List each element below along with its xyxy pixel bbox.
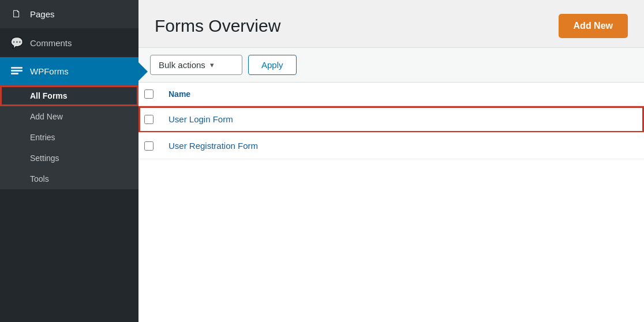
- add-new-button[interactable]: Add New: [559, 14, 628, 38]
- toolbar: Bulk actions ▾ Apply: [138, 48, 644, 83]
- form-name-link[interactable]: User Login Form: [169, 114, 233, 124]
- table-row: User Login Form: [138, 106, 644, 133]
- svg-rect-1: [11, 70, 23, 72]
- sidebar-item-wpforms[interactable]: WPForms: [0, 57, 138, 85]
- form-name-cell: User Login Form: [159, 106, 644, 133]
- chevron-down-icon: ▾: [210, 61, 214, 69]
- content-area: Bulk actions ▾ Apply Name: [138, 47, 644, 322]
- page-header: Forms Overview Add New: [138, 0, 644, 47]
- sidebar-sub-item-entries[interactable]: Entries: [0, 127, 138, 148]
- sidebar-item-pages[interactable]: 🗋 Pages: [0, 0, 138, 28]
- sidebar-submenu: All Forms Add New Entries Settings Tools: [0, 85, 138, 189]
- sidebar: 🗋 Pages 💬 Comments WPForms All Forms Add…: [0, 0, 138, 322]
- apply-button[interactable]: Apply: [248, 55, 297, 75]
- bulk-actions-label: Bulk actions: [159, 60, 205, 70]
- form-name-cell: User Registration Form: [159, 133, 644, 159]
- sidebar-item-label: Comments: [30, 38, 72, 48]
- table-row: User Registration Form: [138, 133, 644, 159]
- page-title: Forms Overview: [155, 16, 280, 36]
- sidebar-sub-item-tools[interactable]: Tools: [0, 169, 138, 189]
- main-content: Forms Overview Add New Bulk actions ▾ Ap…: [138, 0, 644, 322]
- sidebar-sub-item-settings[interactable]: Settings: [0, 148, 138, 169]
- svg-rect-2: [11, 73, 18, 74]
- row-checkbox-cell: [138, 106, 159, 133]
- form-name-link[interactable]: User Registration Form: [169, 141, 258, 151]
- name-column-header[interactable]: Name: [159, 83, 644, 106]
- forms-table: Name User Login FormUser Registration Fo…: [138, 83, 644, 159]
- row-checkbox[interactable]: [144, 115, 153, 124]
- select-all-header: [138, 83, 159, 106]
- svg-rect-0: [11, 67, 23, 69]
- row-checkbox-cell: [138, 133, 159, 159]
- sidebar-item-label: WPForms: [30, 66, 69, 76]
- select-all-checkbox[interactable]: [144, 89, 153, 99]
- name-sort-link[interactable]: Name: [169, 89, 190, 99]
- pages-icon: 🗋: [10, 8, 23, 20]
- bulk-actions-dropdown[interactable]: Bulk actions ▾: [150, 55, 242, 75]
- sidebar-sub-item-all-forms[interactable]: All Forms: [0, 85, 138, 106]
- comments-icon: 💬: [10, 36, 23, 49]
- sidebar-item-comments[interactable]: 💬 Comments: [0, 28, 138, 57]
- table-header-row: Name: [138, 83, 644, 106]
- sidebar-item-label: Pages: [30, 9, 55, 19]
- sidebar-sub-item-add-new[interactable]: Add New: [0, 106, 138, 127]
- row-checkbox[interactable]: [144, 141, 153, 151]
- wpforms-icon: [10, 65, 23, 77]
